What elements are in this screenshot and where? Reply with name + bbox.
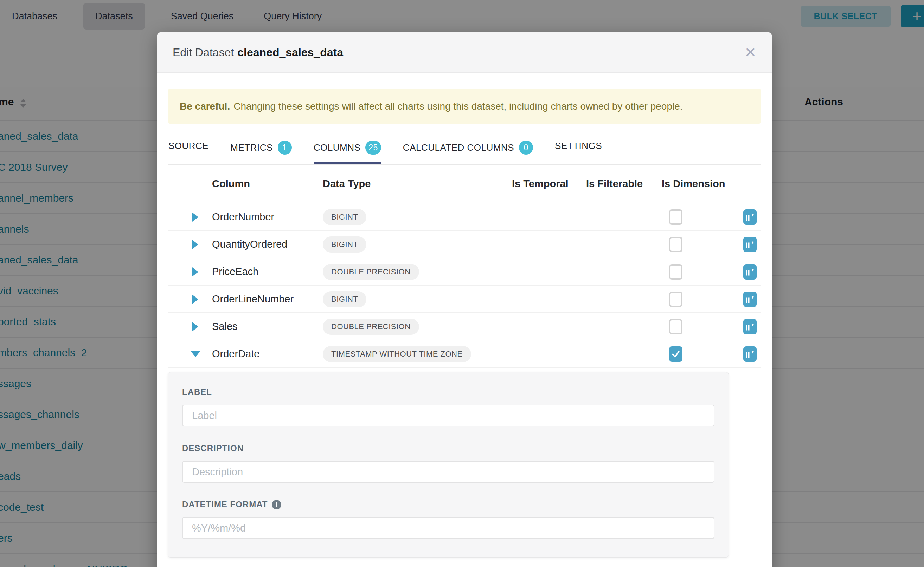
is-dimension-header: Is Dimension	[662, 178, 725, 190]
trash-icon	[743, 265, 753, 277]
modal-tab[interactable]: SETTINGS	[555, 135, 602, 161]
description-field-group: DESCRIPTION	[182, 443, 715, 483]
expand-caret-icon[interactable]	[192, 322, 198, 331]
expand-caret-icon[interactable]	[192, 213, 198, 222]
column-name: OrderNumber	[212, 211, 274, 223]
label-field-group: LABEL	[182, 387, 715, 426]
close-icon: ✕	[744, 45, 756, 60]
trash-icon	[743, 210, 753, 222]
data-type-header: Data Type	[323, 178, 370, 190]
delete-column-button[interactable]	[743, 265, 753, 277]
is-temporal-checkbox[interactable]	[669, 292, 682, 307]
warning-banner: Be careful. Changing these settings will…	[168, 89, 761, 124]
info-icon[interactable]: i	[272, 500, 281, 509]
modal-tab-label: CALCULATED COLUMNS	[403, 142, 514, 153]
expand-caret-icon[interactable]	[191, 351, 200, 357]
expand-caret-icon[interactable]	[192, 295, 198, 304]
is-temporal-checkbox[interactable]	[669, 264, 682, 280]
is-temporal-header: Is Temporal	[512, 178, 569, 190]
delete-column-button[interactable]	[743, 320, 753, 332]
delete-column-button[interactable]	[743, 292, 753, 304]
column-row: OrderNumber BIGINT	[168, 203, 761, 231]
description-input[interactable]	[182, 461, 715, 483]
modal-title: Edit Datasetcleaned_sales_data	[173, 46, 343, 59]
modal-title-dataset-name: cleaned_sales_data	[237, 46, 343, 58]
column-name: PriceEach	[212, 266, 259, 278]
column-name: Sales	[212, 321, 238, 332]
delete-column-button[interactable]	[743, 238, 753, 250]
warning-banner-text: Changing these settings will affect all …	[233, 101, 682, 112]
modal-body: Be careful. Changing these settings will…	[157, 89, 772, 558]
modal-tab-label: COLUMNS	[314, 142, 361, 153]
is-temporal-checkbox[interactable]	[669, 346, 682, 362]
expand-caret-icon[interactable]	[192, 240, 198, 249]
column-header: Column	[212, 178, 250, 190]
data-type-pill: BIGINT	[323, 291, 366, 308]
data-type-pill: TIMESTAMP WITHOUT TIME ZONE	[323, 346, 471, 362]
columns-table: Column Data Type Is Temporal Is Filterab…	[168, 165, 761, 368]
warning-banner-bold: Be careful.	[180, 101, 230, 112]
modal-tab[interactable]: COLUMNS 25	[314, 135, 381, 164]
column-name: OrderLineNumber	[212, 293, 293, 305]
tab-count-badge: 0	[519, 141, 533, 154]
datetime-format-input[interactable]	[182, 517, 715, 539]
data-type-pill: BIGINT	[323, 209, 366, 225]
datetime-format-title-text: DATETIME FORMAT	[182, 500, 268, 509]
modal-tabs: SOURCE METRICS 1 COLUMNS 25 CALCULATED C…	[168, 135, 761, 165]
modal-tab[interactable]: METRICS 1	[230, 135, 292, 164]
label-input[interactable]	[182, 405, 715, 426]
delete-column-button[interactable]	[743, 210, 753, 222]
edit-dataset-modal: Edit Datasetcleaned_sales_data ✕ Be care…	[157, 32, 772, 567]
expand-caret-icon[interactable]	[192, 267, 198, 276]
tab-count-badge: 25	[365, 141, 381, 154]
label-field-title: LABEL	[182, 387, 715, 397]
datetime-format-field-group: DATETIME FORMAT i	[182, 500, 715, 539]
columns-table-header: Column Data Type Is Temporal Is Filterab…	[168, 165, 761, 203]
trash-icon	[743, 347, 753, 359]
trash-icon	[743, 320, 753, 332]
modal-tab-label: SOURCE	[169, 141, 209, 152]
data-type-pill: DOUBLE PRECISION	[323, 264, 419, 280]
modal-tab[interactable]: CALCULATED COLUMNS 0	[403, 135, 533, 164]
description-field-title: DESCRIPTION	[182, 443, 715, 453]
is-temporal-checkbox[interactable]	[669, 209, 682, 225]
close-button[interactable]: ✕	[744, 45, 756, 59]
trash-icon	[743, 292, 753, 304]
modal-header: Edit Datasetcleaned_sales_data ✕	[157, 32, 772, 73]
column-row: Sales DOUBLE PRECISION	[168, 313, 761, 340]
data-type-pill: DOUBLE PRECISION	[323, 319, 419, 335]
column-row: OrderLineNumber BIGINT	[168, 286, 761, 313]
column-row: PriceEach DOUBLE PRECISION	[168, 258, 761, 286]
columns-table-rows: OrderNumber BIGINT QuantityOrdered BIGIN…	[168, 203, 761, 368]
modal-title-prefix: Edit Dataset	[173, 46, 234, 58]
tab-count-badge: 1	[278, 141, 292, 154]
column-row: OrderDate TIMESTAMP WITHOUT TIME ZONE	[168, 340, 761, 368]
column-name: QuantityOrdered	[212, 238, 287, 250]
is-temporal-checkbox[interactable]	[669, 319, 682, 334]
trash-icon	[743, 238, 753, 250]
datetime-format-field-title: DATETIME FORMAT i	[182, 500, 715, 509]
data-type-pill: BIGINT	[323, 236, 366, 253]
delete-column-button[interactable]	[743, 347, 753, 359]
modal-tab-label: SETTINGS	[555, 141, 602, 152]
column-detail-panel: LABEL DESCRIPTION DATETIME FORMAT i	[168, 372, 729, 558]
modal-tab[interactable]: SOURCE	[169, 135, 209, 161]
is-filterable-header: Is Filterable	[586, 178, 643, 190]
is-temporal-checkbox[interactable]	[669, 237, 682, 252]
modal-tab-label: METRICS	[230, 142, 273, 153]
column-name: OrderDate	[212, 348, 259, 360]
column-row: QuantityOrdered BIGINT	[168, 231, 761, 258]
